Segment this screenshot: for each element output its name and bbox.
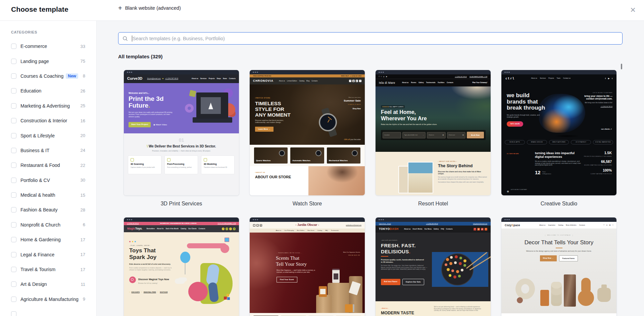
new-badge: New [66,73,78,79]
checkbox[interactable] [11,222,16,228]
close-icon[interactable]: ✕ [629,6,637,14]
template-grid: Curve3D 3d.print@email.com+1 (234) 567 8… [123,70,617,316]
sidebar-item-education[interactable]: Education26 [11,83,85,98]
search-input[interactable] [118,33,622,44]
twitter-icon: t [359,80,361,82]
blank-website-button[interactable]: + Blank website (advanced) [118,5,181,11]
checkbox[interactable] [11,88,16,93]
vase [564,274,576,307]
gift-icon [225,238,229,242]
template-card-tokyodash[interactable]: Open 8 am - 10 pm+1 (234) 567 89 00tokyo… [375,217,491,316]
checkbox[interactable] [11,237,16,242]
checkbox[interactable] [11,73,16,79]
template-card-creative-studio[interactable]: ctrl About usServicesProjectsTeamContact… [501,70,617,207]
sidebar-item-courses-coaching[interactable]: Courses & CoachingNew8 [11,69,85,83]
checkbox[interactable] [11,207,16,212]
sidebar-item-art-design[interactable]: Art & Design11 [11,277,85,292]
sidebar-item-restaurant-food[interactable]: Restaurant & Food22 [11,158,85,173]
mini-cta: Start Your Project [129,122,151,127]
sidebar-item-home-gardening[interactable]: Home & Gardening17 [11,232,85,247]
browser-chrome [501,217,616,222]
calendar-icon: ▦ [462,134,464,136]
dot-icon [162,78,163,79]
sidebar-item-partial[interactable] [11,307,85,316]
facebook-icon: f [349,80,351,82]
bunny-icon [129,276,136,283]
hotel-photo [408,162,433,193]
browser-chrome [376,217,491,222]
checkbox[interactable] [11,118,16,123]
sidebar-item-construction-interior[interactable]: Construction & Interior16 [11,113,85,128]
sidebar-item-fashion-beauty[interactable]: Fashion & Beauty28 [11,202,85,217]
template-card-resort-hotel[interactable]: ft◎▶ +1 (234) 567 89 00ISLADIMARE@EMAIL.… [375,70,491,207]
youtube-icon: ▶ [481,228,484,231]
browser-chrome [124,70,239,74]
mini-hero: WELCOME TO COZYSPACE Decor That Tells Yo… [501,229,616,313]
template-preview[interactable]: Open 8 am - 10 pm+1 (234) 567 89 00tokyo… [375,217,491,316]
sidebar-item-medical-health[interactable]: Medical & health15 [11,188,85,202]
checkbox[interactable] [11,192,16,198]
youtube-icon: ▶ [233,228,236,230]
feature-icon [167,158,170,162]
template-preview[interactable]: FREE SHIPPING FROM $50NEED HELP: +1 (234… [249,70,365,196]
categories-list: E-commerce33 Landing page75 Courses & Co… [11,39,85,316]
template-card-jardin-obscur[interactable]: f◎▶ - Jardin Obscur - jardinobscur@email… [249,217,365,316]
facebook-icon: f [474,228,476,231]
checkbox[interactable] [11,281,16,287]
template-card-3d-print-services[interactable]: Curve3D 3d.print@email.com+1 (234) 567 8… [123,70,239,207]
sidebar-item-ecommerce[interactable]: E-commerce33 [11,39,85,54]
template-preview[interactable]: +1 (234) 567 89 00SHOWROOM: 123A EASEMON… [123,217,239,316]
mini-topbar: ft◎▶ +1 (234) 567 89 00ISLADIMARE@EMAIL.… [376,74,491,79]
sidebar-item-business-it[interactable]: Business & IT24 [11,143,85,158]
sidebar-item-marketing-advertising[interactable]: Marketing & Advertising25 [11,99,85,113]
template-card-cozyspace[interactable]: CozySpace About usInspirationCatalogNews… [501,217,617,316]
mini-nav: CHRONOVIA About usLimited EditionCatalog… [250,77,365,84]
cube-shape [189,90,196,97]
donut-shape [185,104,194,113]
checkbox[interactable] [11,59,16,64]
mini-nav: CozySpace About usInspirationCatalogNews… [501,222,616,229]
template-preview[interactable]: Curve3D 3d.print@email.com+1 (234) 567 8… [123,70,239,196]
sidebar-item-portfolio-cv[interactable]: Portfolio & CV30 [11,173,85,188]
facebook-icon: f [379,76,379,78]
sidebar-item-travel-tourism[interactable]: Travel & Tourism17 [11,262,85,277]
sidebar-item-landing-page[interactable]: Landing page75 [11,54,85,68]
checkbox[interactable] [11,148,16,153]
checkbox[interactable] [11,252,16,257]
sidebar-item-agriculture-manufacturing[interactable]: Agriculture & Manufacturing9 [11,292,85,307]
facebook-icon: f [604,224,604,226]
template-preview[interactable]: f◎▶ - Jardin Obscur - jardinobscur@email… [249,217,365,316]
mini-cta: Book Now [467,132,484,138]
sidebar-item-nonprofit-church[interactable]: Nonprofit & Church6 [11,217,85,232]
perfume-bottle [332,269,340,283]
facebook-icon: f [222,228,225,230]
template-card-magictoys[interactable]: +1 (234) 567 89 00SHOWROOM: 123A EASEMON… [123,217,239,316]
template-card-watch-store[interactable]: FREE SHIPPING FROM $50NEED HELP: +1 (234… [249,70,365,207]
checkbox[interactable] [11,133,16,138]
instagram-icon: ◎ [226,228,228,230]
template-preview[interactable]: ctrl About usServicesProjectsTeamContact… [501,70,617,196]
mini-hero: - PLAY, LEARN, GROW - Toys ThatSpark Joy… [124,232,239,316]
template-preview[interactable]: CozySpace About usInspirationCatalogNews… [501,217,617,316]
sidebar-item-sport-lifestyle[interactable]: Sport & Lifestyle20 [11,128,85,143]
checkbox[interactable] [11,178,16,183]
scrollbar-thumb[interactable] [621,64,622,69]
instagram-icon: ◎ [606,224,607,226]
feature-icon [131,158,134,162]
mini-hero: - your sushi, your moment - FRESH. FAST.… [376,233,491,301]
vase [597,288,611,302]
category-tile: Quartz Watches [254,147,288,164]
vase [540,290,549,306]
checkbox[interactable] [11,44,16,49]
checkbox[interactable] [11,297,16,302]
mini-cta: Shop Now → [540,255,557,262]
template-preview[interactable]: ft◎▶ +1 (234) 567 89 00ISLADIMARE@EMAIL.… [375,70,491,196]
sidebar-item-legal-finance[interactable]: Legal & Finance17 [11,247,85,262]
instagram-icon: ◉ [352,80,355,82]
checkbox[interactable] [11,163,16,168]
checkbox[interactable] [11,267,16,272]
checkbox[interactable] [11,311,16,316]
checkbox[interactable] [11,103,16,109]
feature-icon [204,158,207,162]
template-name: Watch Store [249,201,365,207]
